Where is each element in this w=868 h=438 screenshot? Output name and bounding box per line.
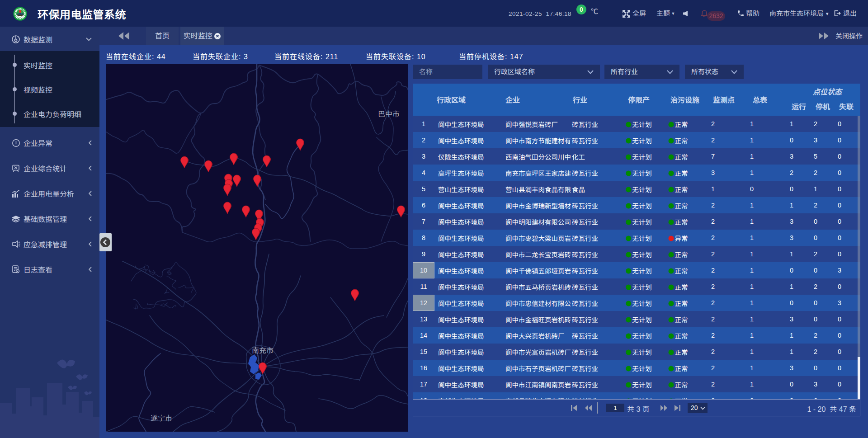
svg-text:遂宁市: 遂宁市 bbox=[151, 414, 172, 422]
svg-text:巴中市: 巴中市 bbox=[378, 110, 400, 118]
svg-text:南充市: 南充市 bbox=[252, 347, 274, 354]
